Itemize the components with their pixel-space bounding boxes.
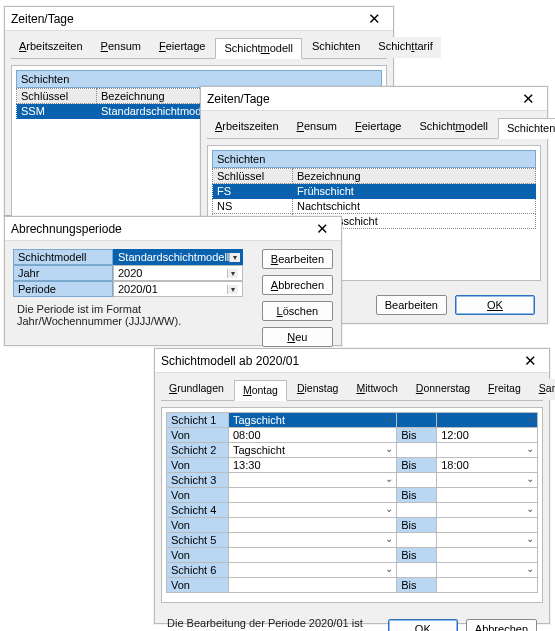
close-icon[interactable]: ✕ bbox=[361, 11, 387, 26]
dialog-schichtmodell: Schichtmodell ab 2020/01 ✕ GrundlagenMon… bbox=[154, 348, 550, 624]
ok-button[interactable]: OK bbox=[455, 295, 535, 315]
to-field[interactable]: 12:00 bbox=[437, 428, 538, 443]
dialog-title: Zeiten/Tage bbox=[11, 12, 74, 26]
shift-time-row: Von13:30Bis18:00 bbox=[167, 458, 538, 473]
shift-name-dropdown[interactable]: Tagschicht bbox=[229, 443, 397, 458]
shift-name-dropdown[interactable] bbox=[229, 503, 397, 518]
tab-samstag[interactable]: Samstag bbox=[531, 379, 555, 400]
tab-feiertage[interactable]: Feiertage bbox=[347, 117, 410, 138]
to-field[interactable] bbox=[437, 518, 538, 533]
tab-schichten[interactable]: Schichten bbox=[498, 118, 555, 139]
chevron-down-icon: ▾ bbox=[229, 253, 240, 262]
edit-button[interactable]: Bearbeiten bbox=[376, 295, 447, 315]
new-button[interactable]: Neu bbox=[262, 327, 333, 347]
close-icon[interactable]: ✕ bbox=[515, 91, 541, 106]
tab-feiertage[interactable]: Feiertage bbox=[151, 37, 214, 58]
table-section-header: Schichten bbox=[212, 150, 536, 168]
tab-arbeitszeiten[interactable]: Arbeitszeiten bbox=[11, 37, 91, 58]
shift-name-dropdown[interactable]: Tagschicht bbox=[229, 413, 397, 428]
shift-time-row: Von08:00Bis12:00 bbox=[167, 428, 538, 443]
tab-schichttarif[interactable]: Schichttarif bbox=[370, 37, 440, 58]
von-label: Von bbox=[167, 548, 229, 563]
tab-dienstag[interactable]: Dienstag bbox=[289, 379, 346, 400]
from-field[interactable] bbox=[229, 488, 397, 503]
shift-row: Schicht 1Tagschicht bbox=[167, 413, 538, 428]
col-key: Schlüssel bbox=[17, 89, 97, 104]
hint-text: Die Periode ist im Format Jahr/Wochennum… bbox=[13, 297, 252, 331]
kv-row-period: Periode 2020/01▾ bbox=[13, 281, 243, 297]
spacer bbox=[397, 503, 437, 518]
close-icon[interactable]: ✕ bbox=[309, 221, 335, 236]
shift-time-row: VonBis bbox=[167, 548, 538, 563]
titlebar: Abrechnungsperiode ✕ bbox=[5, 217, 341, 241]
spacer bbox=[397, 563, 437, 578]
to-field[interactable]: 18:00 bbox=[437, 458, 538, 473]
ok-button[interactable]: OK bbox=[388, 619, 458, 631]
von-label: Von bbox=[167, 428, 229, 443]
chevron-down-icon: ▾ bbox=[227, 269, 238, 278]
cancel-button[interactable]: Abbrechen bbox=[466, 619, 537, 631]
cell-key: FS bbox=[213, 184, 293, 199]
from-field[interactable] bbox=[229, 578, 397, 593]
table-row[interactable]: NS Nachtschicht bbox=[213, 199, 536, 214]
year-dropdown[interactable]: 2020▾ bbox=[113, 265, 243, 281]
from-field[interactable]: 08:00 bbox=[229, 428, 397, 443]
tab-pensum[interactable]: Pensum bbox=[289, 117, 345, 138]
model-dropdown[interactable]: Standardschichtmodell▾ bbox=[113, 249, 243, 265]
spacer bbox=[437, 473, 538, 488]
tab-donnerstag[interactable]: Donnerstag bbox=[408, 379, 478, 400]
tabstrip: ArbeitszeitenPensumFeiertageSchichtmodel… bbox=[207, 117, 541, 139]
spacer bbox=[397, 473, 437, 488]
cancel-button[interactable]: Abbrechen bbox=[262, 275, 333, 295]
spacer bbox=[437, 563, 538, 578]
to-field[interactable] bbox=[437, 578, 538, 593]
shift-time-row: VonBis bbox=[167, 578, 538, 593]
kv-row-year: Jahr 2020▾ bbox=[13, 265, 243, 281]
tab-grundlagen[interactable]: Grundlagen bbox=[161, 379, 232, 400]
dialog-footer: Die Bearbeitung der Periode 2020/01 ist … bbox=[155, 609, 549, 631]
shift-time-row: VonBis bbox=[167, 488, 538, 503]
chevron-down-icon: ▾ bbox=[227, 285, 238, 294]
tab-schichtmodell[interactable]: Schichtmodell bbox=[411, 117, 496, 138]
bis-label: Bis bbox=[397, 428, 437, 443]
shift-name-dropdown[interactable] bbox=[229, 533, 397, 548]
shift-row: Schicht 3 bbox=[167, 473, 538, 488]
button-column: Bearbeiten Abbrechen Löschen Neu bbox=[262, 249, 333, 347]
tab-montag[interactable]: Montag bbox=[234, 380, 287, 401]
kv-table: Schichtmodell Standardschichtmodell▾ Jah… bbox=[13, 249, 243, 297]
tab-freitag[interactable]: Freitag bbox=[480, 379, 529, 400]
tab-schichten[interactable]: Schichten bbox=[304, 37, 368, 58]
spacer bbox=[397, 413, 437, 428]
to-field[interactable] bbox=[437, 488, 538, 503]
tabstrip: GrundlagenMontagDienstagMittwochDonnerst… bbox=[161, 379, 543, 401]
cell-key: SSM bbox=[17, 104, 97, 119]
titlebar: Zeiten/Tage ✕ bbox=[5, 7, 393, 31]
shift-name-dropdown[interactable] bbox=[229, 473, 397, 488]
close-icon[interactable]: ✕ bbox=[517, 353, 543, 368]
to-field[interactable] bbox=[437, 548, 538, 563]
spacer bbox=[437, 443, 538, 458]
dialog-title: Abrechnungsperiode bbox=[11, 222, 122, 236]
edit-button[interactable]: Bearbeiten bbox=[262, 249, 333, 269]
from-field[interactable] bbox=[229, 548, 397, 563]
col-key: Schlüssel bbox=[213, 169, 293, 184]
spacer bbox=[397, 533, 437, 548]
tab-mittwoch[interactable]: Mittwoch bbox=[348, 379, 405, 400]
from-field[interactable] bbox=[229, 518, 397, 533]
tab-pensum[interactable]: Pensum bbox=[93, 37, 149, 58]
dialog-title: Schichtmodell ab 2020/01 bbox=[161, 354, 299, 368]
shift-name-dropdown[interactable] bbox=[229, 563, 397, 578]
table-row[interactable]: FS Frühschicht bbox=[213, 184, 536, 199]
bis-label: Bis bbox=[397, 548, 437, 563]
from-field[interactable]: 13:30 bbox=[229, 458, 397, 473]
bis-label: Bis bbox=[397, 458, 437, 473]
spacer bbox=[437, 413, 538, 428]
delete-button[interactable]: Löschen bbox=[262, 301, 333, 321]
bis-label: Bis bbox=[397, 488, 437, 503]
tab-schichtmodell[interactable]: Schichtmodell bbox=[215, 38, 302, 59]
tab-arbeitszeiten[interactable]: Arbeitszeiten bbox=[207, 117, 287, 138]
von-label: Von bbox=[167, 578, 229, 593]
bis-label: Bis bbox=[397, 518, 437, 533]
period-dropdown[interactable]: 2020/01▾ bbox=[113, 281, 243, 297]
kv-label: Jahr bbox=[13, 265, 113, 281]
